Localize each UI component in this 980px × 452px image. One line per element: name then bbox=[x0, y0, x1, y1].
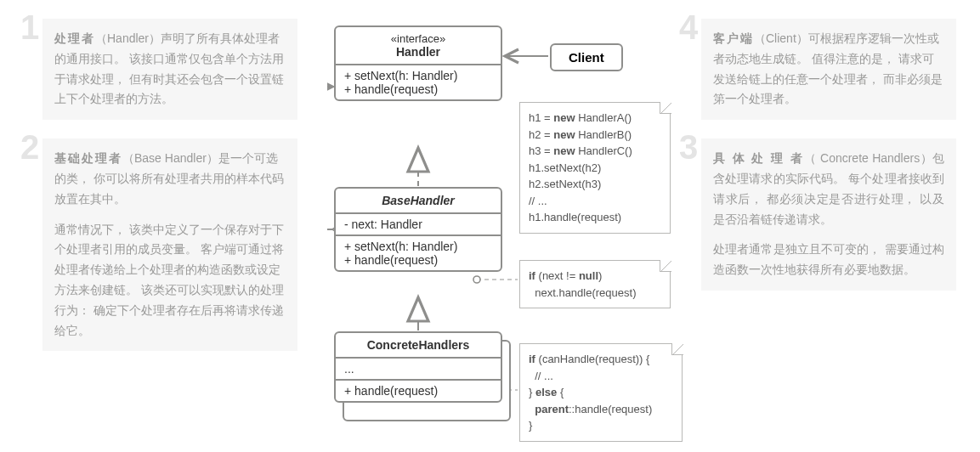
note-title-4: 客户端 bbox=[713, 31, 754, 45]
uml-class-handler: «interface» Handler + setNext(h: Handler… bbox=[334, 25, 502, 101]
note-title-3: 具 体 处 理 者 bbox=[713, 151, 804, 165]
note-client: 4 客户端（Client）可根据程序逻辑一次性或者动态地生成链。 值得注意的是，… bbox=[701, 19, 956, 120]
code-snippet-base-handler: if (next != null) next.handle(request) bbox=[519, 260, 671, 308]
uml-methods: + setNext(h: Handler) + handle(request) bbox=[336, 234, 501, 270]
uml-fields: - next: Handler bbox=[336, 212, 501, 234]
uml-diagram: «interface» Handler + setNext(h: Handler… bbox=[327, 19, 684, 444]
uml-methods: + handle(request) bbox=[336, 379, 501, 401]
uml-fields: ... bbox=[336, 357, 501, 379]
note-fold-icon bbox=[660, 260, 671, 272]
note-base-handler: 2 基础处理者（Base Handler）是一个可选的类， 你可以将所有处理者共… bbox=[42, 138, 297, 351]
uml-class-client: Client bbox=[550, 43, 623, 71]
note-fold-icon bbox=[671, 343, 683, 355]
uml-class-base-handler: BaseHandler - next: Handler + setNext(h:… bbox=[334, 187, 502, 272]
note-handler: 1 处理者（Handler）声明了所有具体处理者的通用接口。 该接口通常仅包含单… bbox=[42, 19, 297, 120]
note-number-2: 2 bbox=[20, 130, 39, 164]
uml-class-header: BaseHandler bbox=[336, 189, 501, 212]
uml-methods: + setNext(h: Handler) + handle(request) bbox=[336, 64, 501, 99]
note-title-1: 处理者 bbox=[54, 31, 95, 45]
note-fold-icon bbox=[660, 102, 671, 114]
code-snippet-concrete-handler: if (canHandle(request)) { // ... } else … bbox=[519, 343, 683, 442]
code-snippet-client: h1 = new HandlerA() h2 = new HandlerB() … bbox=[519, 102, 671, 234]
note-number-1: 1 bbox=[20, 10, 39, 44]
note-title-2: 基础处理者 bbox=[54, 151, 122, 165]
svg-point-5 bbox=[473, 276, 480, 283]
note-concrete-handlers: 3 具 体 处 理 者（ Concrete Handlers）包含处理请求的实际… bbox=[701, 138, 956, 291]
uml-class-concrete-handlers: ConcreteHandlers ... + handle(request) bbox=[334, 331, 502, 403]
uml-class-header: ConcreteHandlers bbox=[336, 333, 501, 357]
uml-class-header: «interface» Handler bbox=[336, 27, 501, 64]
